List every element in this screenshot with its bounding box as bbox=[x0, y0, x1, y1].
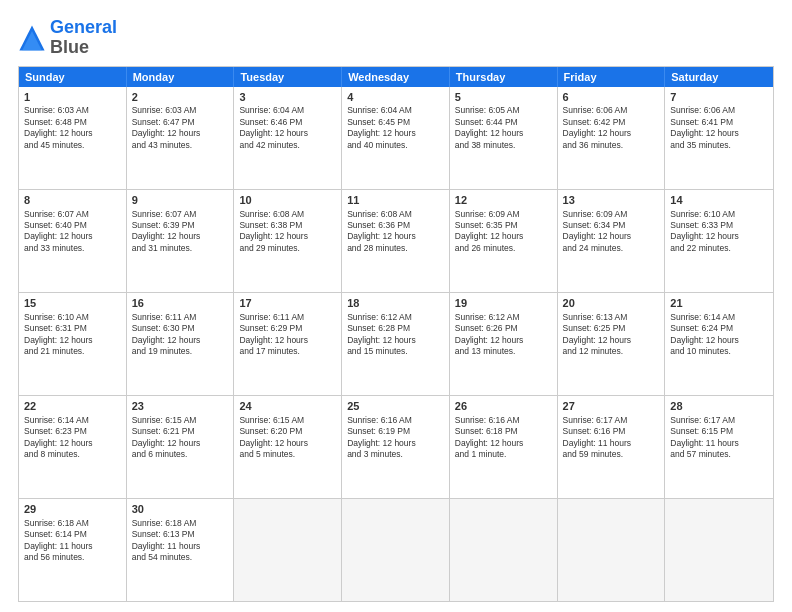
day-number: 4 bbox=[347, 90, 444, 105]
day-number: 27 bbox=[563, 399, 660, 414]
day-number: 18 bbox=[347, 296, 444, 311]
cal-header-cell: Tuesday bbox=[234, 67, 342, 87]
day-number: 13 bbox=[563, 193, 660, 208]
day-number: 14 bbox=[670, 193, 768, 208]
calendar: SundayMondayTuesdayWednesdayThursdayFrid… bbox=[18, 66, 774, 602]
cal-cell: 29Sunrise: 6:18 AMSunset: 6:14 PMDayligh… bbox=[19, 499, 127, 601]
cal-cell: 27Sunrise: 6:17 AMSunset: 6:16 PMDayligh… bbox=[558, 396, 666, 498]
day-number: 5 bbox=[455, 90, 552, 105]
cal-cell: 12Sunrise: 6:09 AMSunset: 6:35 PMDayligh… bbox=[450, 190, 558, 292]
page: GeneralBlue SundayMondayTuesdayWednesday… bbox=[0, 0, 792, 612]
cal-header-cell: Sunday bbox=[19, 67, 127, 87]
day-number: 3 bbox=[239, 90, 336, 105]
cal-cell: 30Sunrise: 6:18 AMSunset: 6:13 PMDayligh… bbox=[127, 499, 235, 601]
cal-cell: 22Sunrise: 6:14 AMSunset: 6:23 PMDayligh… bbox=[19, 396, 127, 498]
cal-cell: 4Sunrise: 6:04 AMSunset: 6:45 PMDaylight… bbox=[342, 87, 450, 189]
cal-cell: 13Sunrise: 6:09 AMSunset: 6:34 PMDayligh… bbox=[558, 190, 666, 292]
day-number: 23 bbox=[132, 399, 229, 414]
day-number: 6 bbox=[563, 90, 660, 105]
day-number: 12 bbox=[455, 193, 552, 208]
cal-cell: 10Sunrise: 6:08 AMSunset: 6:38 PMDayligh… bbox=[234, 190, 342, 292]
cal-cell: 28Sunrise: 6:17 AMSunset: 6:15 PMDayligh… bbox=[665, 396, 773, 498]
logo-text: GeneralBlue bbox=[50, 18, 117, 58]
cal-row: 29Sunrise: 6:18 AMSunset: 6:14 PMDayligh… bbox=[19, 498, 773, 601]
day-number: 17 bbox=[239, 296, 336, 311]
day-number: 10 bbox=[239, 193, 336, 208]
cal-row: 1Sunrise: 6:03 AMSunset: 6:48 PMDaylight… bbox=[19, 87, 773, 189]
cal-cell: 24Sunrise: 6:15 AMSunset: 6:20 PMDayligh… bbox=[234, 396, 342, 498]
cal-header-cell: Saturday bbox=[665, 67, 773, 87]
cal-cell: 21Sunrise: 6:14 AMSunset: 6:24 PMDayligh… bbox=[665, 293, 773, 395]
cal-cell: 17Sunrise: 6:11 AMSunset: 6:29 PMDayligh… bbox=[234, 293, 342, 395]
cal-cell: 5Sunrise: 6:05 AMSunset: 6:44 PMDaylight… bbox=[450, 87, 558, 189]
cal-row: 22Sunrise: 6:14 AMSunset: 6:23 PMDayligh… bbox=[19, 395, 773, 498]
cal-cell: 25Sunrise: 6:16 AMSunset: 6:19 PMDayligh… bbox=[342, 396, 450, 498]
cal-cell bbox=[665, 499, 773, 601]
day-number: 2 bbox=[132, 90, 229, 105]
cal-cell: 11Sunrise: 6:08 AMSunset: 6:36 PMDayligh… bbox=[342, 190, 450, 292]
cal-cell: 14Sunrise: 6:10 AMSunset: 6:33 PMDayligh… bbox=[665, 190, 773, 292]
day-number: 1 bbox=[24, 90, 121, 105]
day-number: 9 bbox=[132, 193, 229, 208]
cal-cell bbox=[342, 499, 450, 601]
cal-cell bbox=[558, 499, 666, 601]
cal-cell: 6Sunrise: 6:06 AMSunset: 6:42 PMDaylight… bbox=[558, 87, 666, 189]
day-number: 21 bbox=[670, 296, 768, 311]
day-number: 20 bbox=[563, 296, 660, 311]
cal-header-cell: Wednesday bbox=[342, 67, 450, 87]
cal-cell: 15Sunrise: 6:10 AMSunset: 6:31 PMDayligh… bbox=[19, 293, 127, 395]
logo-icon bbox=[18, 24, 46, 52]
calendar-header: SundayMondayTuesdayWednesdayThursdayFrid… bbox=[19, 67, 773, 87]
cal-row: 15Sunrise: 6:10 AMSunset: 6:31 PMDayligh… bbox=[19, 292, 773, 395]
cal-cell: 7Sunrise: 6:06 AMSunset: 6:41 PMDaylight… bbox=[665, 87, 773, 189]
cal-cell bbox=[234, 499, 342, 601]
cal-cell: 2Sunrise: 6:03 AMSunset: 6:47 PMDaylight… bbox=[127, 87, 235, 189]
day-number: 8 bbox=[24, 193, 121, 208]
cal-cell: 3Sunrise: 6:04 AMSunset: 6:46 PMDaylight… bbox=[234, 87, 342, 189]
day-number: 19 bbox=[455, 296, 552, 311]
logo: GeneralBlue bbox=[18, 18, 117, 58]
cal-cell: 19Sunrise: 6:12 AMSunset: 6:26 PMDayligh… bbox=[450, 293, 558, 395]
cal-cell: 1Sunrise: 6:03 AMSunset: 6:48 PMDaylight… bbox=[19, 87, 127, 189]
day-number: 24 bbox=[239, 399, 336, 414]
cal-cell: 26Sunrise: 6:16 AMSunset: 6:18 PMDayligh… bbox=[450, 396, 558, 498]
day-number: 25 bbox=[347, 399, 444, 414]
day-number: 7 bbox=[670, 90, 768, 105]
day-number: 15 bbox=[24, 296, 121, 311]
day-number: 26 bbox=[455, 399, 552, 414]
day-number: 29 bbox=[24, 502, 121, 517]
cal-header-cell: Thursday bbox=[450, 67, 558, 87]
cal-row: 8Sunrise: 6:07 AMSunset: 6:40 PMDaylight… bbox=[19, 189, 773, 292]
day-number: 11 bbox=[347, 193, 444, 208]
cal-cell: 9Sunrise: 6:07 AMSunset: 6:39 PMDaylight… bbox=[127, 190, 235, 292]
day-number: 16 bbox=[132, 296, 229, 311]
cal-cell: 8Sunrise: 6:07 AMSunset: 6:40 PMDaylight… bbox=[19, 190, 127, 292]
cal-cell: 16Sunrise: 6:11 AMSunset: 6:30 PMDayligh… bbox=[127, 293, 235, 395]
cal-header-cell: Friday bbox=[558, 67, 666, 87]
cal-cell: 20Sunrise: 6:13 AMSunset: 6:25 PMDayligh… bbox=[558, 293, 666, 395]
cal-cell: 23Sunrise: 6:15 AMSunset: 6:21 PMDayligh… bbox=[127, 396, 235, 498]
header: GeneralBlue bbox=[18, 18, 774, 58]
cal-header-cell: Monday bbox=[127, 67, 235, 87]
cal-cell bbox=[450, 499, 558, 601]
day-number: 30 bbox=[132, 502, 229, 517]
calendar-body: 1Sunrise: 6:03 AMSunset: 6:48 PMDaylight… bbox=[19, 87, 773, 601]
cal-cell: 18Sunrise: 6:12 AMSunset: 6:28 PMDayligh… bbox=[342, 293, 450, 395]
day-number: 22 bbox=[24, 399, 121, 414]
day-number: 28 bbox=[670, 399, 768, 414]
